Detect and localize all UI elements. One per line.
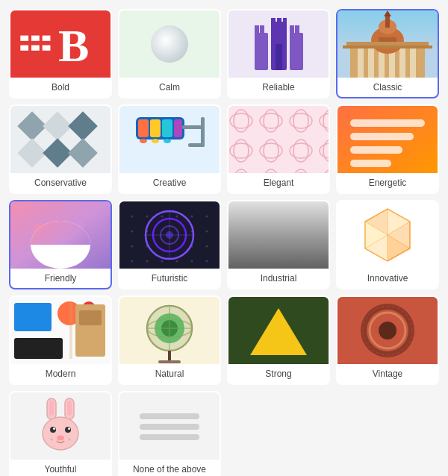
- card-label-energetic: Energetic: [366, 173, 410, 192]
- card-futuristic[interactable]: Futuristic: [118, 200, 221, 289]
- svg-point-133: [43, 417, 78, 450]
- svg-rect-53: [350, 133, 414, 140]
- svg-point-134: [50, 427, 56, 433]
- creative-paintroller-icon: [119, 106, 220, 173]
- innovative-gem-icon: [337, 201, 438, 269]
- svg-point-45: [152, 139, 159, 143]
- card-image-youthful: [10, 392, 111, 460]
- svg-rect-89: [228, 201, 329, 269]
- strong-triangle-icon: [228, 297, 329, 364]
- card-image-strong: [228, 297, 329, 364]
- card-friendly[interactable]: Friendly: [9, 200, 112, 289]
- svg-rect-37: [138, 119, 149, 137]
- svg-rect-2: [255, 33, 268, 70]
- card-label-reliable: Reliable: [259, 78, 297, 97]
- svg-point-126: [379, 322, 396, 339]
- svg-point-82: [206, 260, 208, 263]
- svg-rect-38: [150, 119, 161, 137]
- svg-rect-40: [174, 119, 182, 137]
- card-strong[interactable]: Strong: [227, 295, 330, 385]
- futuristic-rings-icon: [119, 201, 220, 269]
- card-innovative[interactable]: Innovative: [336, 200, 439, 289]
- svg-rect-143: [140, 424, 199, 430]
- svg-point-67: [191, 216, 193, 218]
- svg-point-140: [69, 439, 71, 441]
- card-image-bold: 𝌅 B: [10, 10, 111, 78]
- svg-point-80: [176, 260, 178, 263]
- card-label-classic: Classic: [370, 78, 405, 97]
- style-grid: 𝌅 B Bold Calm: [9, 9, 439, 476]
- card-reliable[interactable]: Reliable: [227, 9, 330, 98]
- card-image-natural: [119, 297, 220, 364]
- svg-rect-54: [350, 146, 402, 154]
- conservative-pattern-icon: [10, 106, 111, 173]
- svg-rect-26: [346, 42, 429, 46]
- svg-point-77: [131, 260, 134, 263]
- svg-rect-50: [228, 106, 329, 173]
- svg-point-64: [146, 216, 149, 218]
- card-none[interactable]: None of the above: [118, 391, 221, 476]
- elegant-pattern-icon: [228, 106, 329, 173]
- card-image-classic: [337, 10, 438, 78]
- card-image-none: [119, 392, 220, 460]
- svg-point-79: [161, 260, 164, 263]
- svg-point-136: [53, 428, 55, 430]
- card-calm[interactable]: Calm: [118, 9, 221, 98]
- svg-point-135: [65, 427, 71, 433]
- card-energetic[interactable]: Energetic: [336, 104, 439, 194]
- card-bold[interactable]: 𝌅 B Bold: [9, 9, 112, 98]
- card-label-industrial: Industrial: [258, 269, 300, 288]
- svg-rect-55: [350, 160, 391, 167]
- card-elegant[interactable]: Elegant: [227, 104, 330, 194]
- svg-point-65: [161, 216, 164, 218]
- svg-rect-115: [158, 360, 181, 363]
- card-modern[interactable]: Modern: [9, 295, 112, 385]
- card-label-conservative: Conservative: [31, 173, 90, 192]
- svg-rect-131: [49, 401, 54, 416]
- svg-rect-4: [260, 25, 264, 34]
- card-image-reliable: [228, 10, 329, 78]
- svg-rect-132: [67, 401, 72, 416]
- energetic-lines-icon: [337, 106, 438, 173]
- card-image-elegant: [228, 106, 329, 173]
- card-image-friendly: [10, 201, 111, 269]
- card-natural[interactable]: Natural: [118, 295, 221, 385]
- card-industrial[interactable]: Industrial: [227, 200, 330, 289]
- svg-rect-10: [290, 25, 294, 34]
- svg-point-72: [206, 231, 208, 233]
- calm-circle: [151, 25, 188, 63]
- card-classic[interactable]: Classic: [336, 9, 439, 98]
- card-label-creative: Creative: [150, 173, 190, 192]
- svg-rect-12: [276, 44, 282, 70]
- industrial-gradient-icon: [228, 201, 329, 269]
- card-label-modern: Modern: [43, 364, 79, 383]
- svg-rect-114: [168, 351, 171, 362]
- card-label-natural: Natural: [152, 364, 187, 383]
- card-label-calm: Calm: [156, 78, 183, 97]
- card-label-elegant: Elegant: [261, 173, 297, 192]
- card-image-calm: [119, 10, 220, 78]
- card-youthful[interactable]: Youthful: [9, 391, 112, 476]
- svg-rect-8: [283, 18, 287, 24]
- svg-rect-11: [295, 25, 299, 34]
- card-vintage[interactable]: Vintage: [336, 295, 439, 385]
- svg-rect-52: [350, 119, 425, 127]
- card-image-industrial: [228, 201, 329, 269]
- card-image-vintage: [337, 297, 438, 364]
- card-image-energetic: [337, 106, 438, 173]
- svg-point-73: [131, 245, 134, 248]
- svg-text:B: B: [58, 20, 89, 70]
- card-label-strong: Strong: [262, 364, 294, 383]
- svg-rect-19: [399, 48, 405, 78]
- card-image-creative: [119, 106, 220, 173]
- card-label-youthful: Youthful: [42, 460, 80, 476]
- card-label-futuristic: Futuristic: [149, 269, 191, 288]
- svg-point-78: [146, 260, 149, 263]
- card-conservative[interactable]: Conservative: [9, 104, 112, 194]
- natural-plant-icon: [119, 297, 220, 364]
- card-creative[interactable]: Creative: [118, 104, 221, 194]
- card-label-none: None of the above: [130, 460, 209, 476]
- reliable-castle-icon: [255, 18, 303, 70]
- svg-rect-20: [410, 48, 416, 78]
- card-label-friendly: Friendly: [42, 269, 80, 288]
